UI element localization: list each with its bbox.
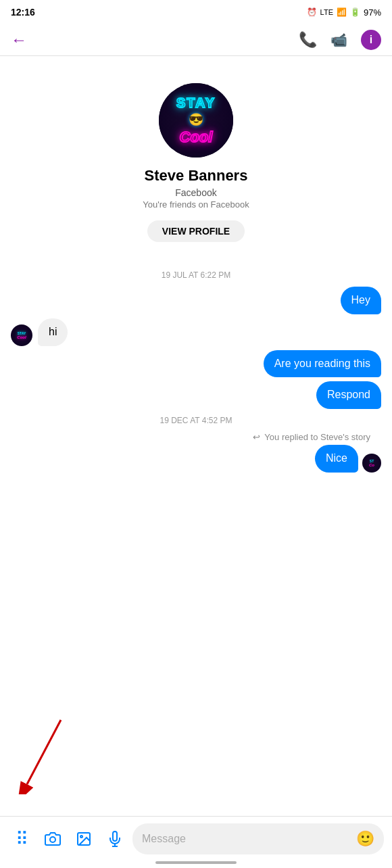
message-row: STAY Cool hi	[11, 318, 381, 346]
back-button[interactable]: ←	[11, 30, 27, 49]
message-bubble: Hey	[341, 287, 381, 314]
wifi-icon: 📶	[337, 7, 347, 17]
svg-point-2	[50, 837, 55, 842]
avatar-neon-graphic: STAY 😎 Cool	[159, 83, 233, 158]
message-placeholder: Message	[142, 833, 186, 845]
message-bubble: Respond	[316, 381, 381, 409]
phone-icon[interactable]: 📞	[299, 31, 317, 49]
avatar-mini-graphic: STAY Cool	[11, 324, 32, 346]
home-indicator	[155, 861, 237, 864]
battery-icon: 🔋	[350, 7, 360, 17]
battery-percent: 97%	[364, 7, 381, 18]
alarm-icon: ⏰	[307, 7, 317, 17]
info-button[interactable]: i	[361, 30, 381, 50]
signal-icon: LTE	[320, 8, 333, 16]
contact-friends-text: You're friends on Facebook	[143, 199, 249, 210]
message-row: Hey	[11, 287, 381, 314]
nav-left: ←	[11, 30, 27, 49]
message-row-with-avatar: Nice ST Co	[11, 445, 381, 473]
info-label: i	[370, 34, 372, 46]
neon-glasses-icon: 😎	[189, 112, 203, 127]
user-avatar-small: ST Co	[362, 454, 381, 473]
reply-text: You replied to Steve's story	[264, 432, 370, 442]
message-row: Are you reading this	[11, 350, 381, 378]
message-bubble: Are you reading this	[264, 350, 381, 378]
message-input-wrapper[interactable]: Message 🙂	[132, 823, 384, 854]
contact-name: Steve Banners	[145, 167, 248, 185]
reply-arrow-icon: ↩	[253, 432, 260, 442]
profile-section: STAY 😎 Cool Steve Banners Facebook You'r…	[0, 56, 392, 258]
reply-indicator: ↩ You replied to Steve's story	[11, 432, 381, 442]
nav-right: 📞 📹 i	[299, 30, 381, 50]
view-profile-button[interactable]: VIEW PROFILE	[147, 220, 245, 242]
profile-avatar: STAY 😎 Cool	[159, 83, 233, 158]
message-row: Respond	[11, 381, 381, 409]
timestamp-second: 19 DEC AT 4:52 PM	[11, 416, 381, 425]
timestamp-first: 19 JUL AT 6:22 PM	[11, 270, 381, 280]
contact-platform: Facebook	[175, 187, 216, 198]
red-arrow-indicator	[14, 713, 68, 797]
avatar-cool: Co	[369, 463, 374, 467]
mic-icon[interactable]	[101, 825, 128, 852]
svg-line-1	[27, 720, 61, 784]
status-right-icons: ⏰ LTE 📶 🔋 97%	[307, 7, 381, 18]
bottom-icons-row: ⠿ Message 🙂	[8, 823, 384, 854]
status-bar: 12:16 ⏰ LTE 📶 🔋 97%	[0, 0, 392, 24]
emoji-button[interactable]: 🙂	[356, 830, 374, 848]
message-bubble: hi	[38, 318, 68, 346]
contact-avatar-mini: STAY Cool	[11, 324, 32, 346]
top-nav: ← 📞 📹 i	[0, 24, 392, 56]
svg-point-4	[80, 836, 82, 838]
neon-cool-text: Cool	[180, 128, 213, 146]
message-bubble: Nice	[315, 445, 358, 473]
status-time: 12:16	[11, 7, 35, 18]
bottom-bar: ⠿ Message 🙂	[0, 816, 392, 868]
neon-stay-text: STAY	[176, 95, 216, 111]
photo-icon[interactable]	[70, 825, 97, 852]
apps-icon[interactable]: ⠿	[8, 825, 35, 852]
video-icon[interactable]: 📹	[330, 32, 347, 48]
camera-icon[interactable]	[39, 825, 66, 852]
messages-container: 19 JUL AT 6:22 PM Hey STAY Cool hi Are y…	[0, 258, 392, 482]
chat-area: STAY 😎 Cool Steve Banners Facebook You'r…	[0, 56, 392, 812]
